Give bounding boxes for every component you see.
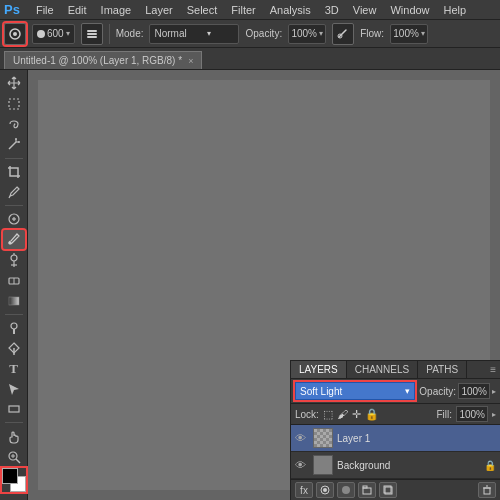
mode-dropdown[interactable]: Normal ▾ <box>149 24 239 44</box>
layers-panel: LAYERS CHANNELS PATHS ≡ Soft Light ▾ Opa… <box>291 361 500 500</box>
tool-move[interactable] <box>3 74 25 92</box>
menu-layer[interactable]: Layer <box>143 4 175 16</box>
menu-image[interactable]: Image <box>99 4 134 16</box>
tool-crop[interactable] <box>3 162 25 180</box>
brush-size-box[interactable]: 600 ▾ <box>32 24 75 44</box>
brush-preset-picker[interactable] <box>4 23 26 45</box>
svg-point-16 <box>8 242 11 245</box>
fill-value[interactable]: 100% <box>456 406 488 422</box>
menu-3d[interactable]: 3D <box>323 4 341 16</box>
menu-analysis[interactable]: Analysis <box>268 4 313 16</box>
tab-layers[interactable]: LAYERS <box>291 361 347 378</box>
tab-channels[interactable]: CHANNELS <box>347 361 418 378</box>
tool-healing[interactable] <box>3 210 25 228</box>
layer-mode-dropdown[interactable]: Soft Light ▾ <box>295 382 415 400</box>
move-icon <box>7 76 21 90</box>
lock-paint-icon[interactable]: 🖌 <box>337 408 348 420</box>
layer-1-visibility[interactable]: 👁 <box>295 432 309 444</box>
background-thumbnail <box>313 455 333 475</box>
tool-lasso[interactable] <box>3 115 25 133</box>
menu-window[interactable]: Window <box>388 4 431 16</box>
background-lock-icon: 🔒 <box>484 460 496 471</box>
tool-dodge[interactable] <box>3 319 25 337</box>
tool-path-select[interactable] <box>3 380 25 398</box>
menu-view[interactable]: View <box>351 4 379 16</box>
menu-filter[interactable]: Filter <box>229 4 257 16</box>
opacity-value: 100% <box>291 28 317 39</box>
toolbar: T <box>0 70 28 500</box>
lock-transparent-icon[interactable]: ⬚ <box>323 408 333 421</box>
lock-position-icon[interactable]: ✛ <box>352 408 361 421</box>
svg-rect-34 <box>363 488 371 494</box>
svg-point-32 <box>323 488 327 492</box>
eraser-icon <box>7 273 21 287</box>
new-group-btn[interactable] <box>358 482 376 498</box>
tool-eraser[interactable] <box>3 271 25 289</box>
brush-size-arrow: ▾ <box>66 29 70 38</box>
tool-magic-wand[interactable] <box>3 135 25 153</box>
menu-bar: Ps File Edit Image Layer Select Filter A… <box>0 0 500 20</box>
lock-row: Lock: ⬚ 🖌 ✛ 🔒 Fill: 100% ▸ <box>291 404 500 425</box>
layer-mode-arrow: ▾ <box>405 386 410 396</box>
svg-rect-3 <box>87 33 97 35</box>
new-layer-btn[interactable] <box>379 482 397 498</box>
tool-hand[interactable] <box>3 427 25 445</box>
zoom-icon <box>7 450 21 464</box>
menu-select[interactable]: Select <box>185 4 220 16</box>
svg-point-33 <box>342 486 350 494</box>
tool-text[interactable]: T <box>3 359 25 377</box>
svg-rect-4 <box>87 36 97 38</box>
document-tab[interactable]: Untitled-1 @ 100% (Layer 1, RGB/8) * × <box>4 51 202 69</box>
layer-1-thumbnail <box>313 428 333 448</box>
clone-icon <box>7 253 21 267</box>
tool-gradient[interactable] <box>3 291 25 309</box>
opacity-arrow[interactable]: ▾ <box>319 29 323 38</box>
marquee-icon <box>7 97 21 111</box>
opacity-value-panel[interactable]: 100% <box>458 383 490 399</box>
flow-input[interactable]: 100% ▾ <box>390 24 428 44</box>
tool-marquee[interactable] <box>3 94 25 112</box>
layer-mode-row: Soft Light ▾ Opacity: 100% ▸ <box>291 379 500 404</box>
svg-rect-2 <box>87 30 97 32</box>
layer-item-1[interactable]: 👁 Layer 1 <box>291 425 500 452</box>
tool-shape[interactable] <box>3 400 25 418</box>
tool-eyedropper[interactable] <box>3 183 25 201</box>
tool-clone[interactable] <box>3 251 25 269</box>
opacity-stepper[interactable]: ▸ <box>492 387 496 396</box>
panel-options-btn[interactable]: ≡ <box>486 361 500 378</box>
tool-pen[interactable] <box>3 339 25 357</box>
svg-rect-6 <box>9 99 19 109</box>
add-mask-btn[interactable] <box>316 482 334 498</box>
layer-1-name: Layer 1 <box>337 433 496 444</box>
tab-paths[interactable]: PATHS <box>418 361 467 378</box>
svg-rect-26 <box>9 406 19 412</box>
fill-stepper[interactable]: ▸ <box>492 410 496 419</box>
airbrush-icon <box>336 27 350 41</box>
flow-value: 100% <box>393 28 419 39</box>
color-swatch-container[interactable] <box>2 468 26 492</box>
layer-background[interactable]: 👁 Background 🔒 <box>291 452 500 479</box>
brush-settings-btn[interactable] <box>81 23 103 45</box>
canvas-area[interactable]: LAYERS CHANNELS PATHS ≡ Soft Light ▾ Opa… <box>28 70 500 500</box>
tool-zoom[interactable] <box>3 448 25 466</box>
menu-help[interactable]: Help <box>442 4 469 16</box>
shape-icon <box>7 402 21 416</box>
menu-edit[interactable]: Edit <box>66 4 89 16</box>
background-visibility[interactable]: 👁 <box>295 459 309 471</box>
flow-arrow[interactable]: ▾ <box>421 29 425 38</box>
brush-tool-icon <box>7 232 21 246</box>
opacity-input[interactable]: 100% ▾ <box>288 24 326 44</box>
lock-all-icon[interactable]: 🔒 <box>365 408 379 421</box>
svg-point-17 <box>11 255 17 261</box>
panel-bottom-bar: fx <box>291 479 500 500</box>
mode-label: Mode: <box>116 28 144 39</box>
tab-close-btn[interactable]: × <box>188 56 193 66</box>
delete-layer-btn[interactable] <box>478 482 496 498</box>
color-swatches <box>2 468 26 496</box>
menu-file[interactable]: File <box>34 4 56 16</box>
airbrush-btn[interactable] <box>332 23 354 45</box>
tool-brush[interactable] <box>3 230 25 248</box>
new-fill-btn[interactable] <box>337 482 355 498</box>
add-style-btn[interactable]: fx <box>295 482 313 498</box>
foreground-color[interactable] <box>2 468 18 484</box>
